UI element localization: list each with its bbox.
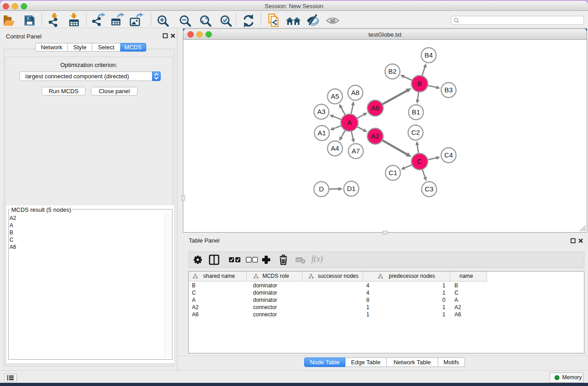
svg-text:D: D [319, 185, 324, 193]
svg-text:D1: D1 [347, 185, 355, 192]
svg-text:C3: C3 [425, 185, 433, 193]
svg-text:B4: B4 [425, 51, 433, 59]
svg-text:A7: A7 [352, 147, 360, 155]
svg-text:A: A [347, 119, 352, 126]
svg-text:C1: C1 [388, 169, 397, 176]
svg-text:B3: B3 [445, 86, 453, 94]
svg-text:C2: C2 [411, 129, 420, 136]
svg-text:B: B [417, 80, 422, 87]
svg-text:B2: B2 [388, 67, 397, 75]
svg-text:A5: A5 [331, 92, 339, 100]
svg-text:C4: C4 [444, 151, 453, 159]
svg-text:A3: A3 [317, 108, 325, 115]
svg-text:C: C [417, 157, 422, 165]
svg-text:B1: B1 [412, 108, 420, 116]
svg-text:A2: A2 [371, 132, 379, 140]
svg-text:A8: A8 [351, 89, 359, 96]
svg-text:A6: A6 [371, 104, 379, 112]
svg-text:A4: A4 [331, 144, 339, 152]
svg-text:A1: A1 [318, 129, 326, 137]
